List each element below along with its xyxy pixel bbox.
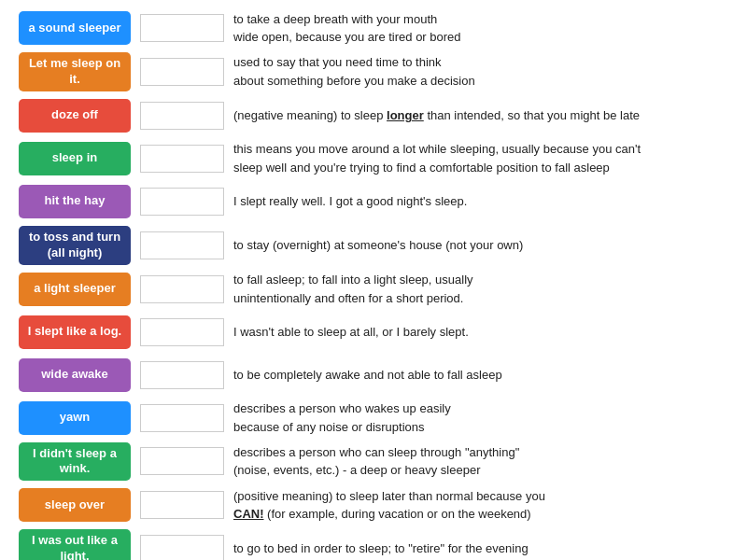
phrase-btn-i-didnt-sleep-a-wink[interactable]: I didn't sleep a wink. [19,442,131,482]
match-input-i-slept-like-a-log[interactable] [140,318,224,346]
match-input-sleep-in[interactable] [140,145,224,173]
row-hit-the-hay: hit the hayI slept really well. I got a … [19,183,728,220]
row-wide-awake: wide awaketo be completely awake and not… [19,357,728,394]
definition-doze-off: (negative meaning) to sleep longer than … [233,106,728,125]
phrase-btn-to-toss-and-turn[interactable]: to toss and turn (all night) [19,226,131,265]
main-container: a sound sleeperto take a deep breath wit… [0,0,747,560]
row-sleep-in: sleep inthis means you move around a lot… [19,140,728,177]
definition-i-was-out-like-a-light: to go to bed in order to sleep; to "reti… [233,539,728,558]
phrase-btn-hit-the-hay[interactable]: hit the hay [19,185,131,218]
phrase-btn-yawn[interactable]: yawn [19,401,131,435]
definition-i-didnt-sleep-a-wink: describes a person who can sleep through… [233,443,728,480]
phrase-btn-sleep-over[interactable]: sleep over [19,488,131,522]
row-i-slept-like-a-log: I slept like a log.I wasn't able to slee… [19,314,728,351]
definition-sleep-over: (positive meaning) to sleep later than n… [233,487,728,524]
definition-to-toss-and-turn: to stay (overnight) at someone's house (… [233,236,728,255]
definition-hit-the-hay: I slept really well. I got a good night'… [233,192,728,211]
row-doze-off: doze off(negative meaning) to sleep long… [19,97,728,134]
match-input-doze-off[interactable] [140,102,224,130]
phrase-btn-i-slept-like-a-log[interactable]: I slept like a log. [19,315,131,349]
row-i-was-out-like-a-light: I was out like a light.to go to bed in o… [19,529,728,560]
match-input-let-me-sleep-on-it[interactable] [140,58,224,86]
definition-wide-awake: to be completely awake and not able to f… [233,366,728,385]
row-to-toss-and-turn: to toss and turn (all night)to stay (ove… [19,226,728,265]
phrase-btn-sleep-in[interactable]: sleep in [19,142,131,175]
definition-yawn: describes a person who wakes up easilybe… [233,399,728,436]
phrase-btn-wide-awake[interactable]: wide awake [19,358,131,392]
phrase-btn-let-me-sleep-on-it[interactable]: Let me sleep on it. [19,52,131,91]
phrase-btn-i-was-out-like-a-light[interactable]: I was out like a light. [19,529,131,560]
match-input-a-light-sleeper[interactable] [140,275,224,303]
match-input-sleep-over[interactable] [140,491,224,519]
definition-let-me-sleep-on-it: used to say that you need time to thinka… [233,53,728,90]
row-a-sound-sleeper: a sound sleeperto take a deep breath wit… [19,9,728,47]
definition-a-sound-sleeper: to take a deep breath with your mouthwid… [233,10,728,47]
match-input-yawn[interactable] [140,404,224,432]
row-let-me-sleep-on-it: Let me sleep on it.used to say that you … [19,52,728,91]
match-input-i-was-out-like-a-light[interactable] [140,535,224,560]
match-input-to-toss-and-turn[interactable] [140,231,224,259]
phrase-btn-doze-off[interactable]: doze off [19,99,131,133]
phrase-btn-a-sound-sleeper[interactable]: a sound sleeper [19,11,131,45]
match-input-wide-awake[interactable] [140,361,224,389]
phrase-btn-a-light-sleeper[interactable]: a light sleeper [19,273,131,306]
definition-sleep-in: this means you move around a lot while s… [233,140,728,176]
definition-i-slept-like-a-log: I wasn't able to sleep at all, or I bare… [233,323,728,342]
row-i-didnt-sleep-a-wink: I didn't sleep a wink.describes a person… [19,442,728,482]
match-input-i-didnt-sleep-a-wink[interactable] [140,447,224,475]
row-a-light-sleeper: a light sleeperto fall asleep; to fall i… [19,271,728,308]
row-sleep-over: sleep over(positive meaning) to sleep la… [19,486,728,524]
match-input-a-sound-sleeper[interactable] [140,14,224,42]
definition-a-light-sleeper: to fall asleep; to fall into a light sle… [233,271,728,307]
row-yawn: yawndescribes a person who wakes up easi… [19,399,728,437]
match-input-hit-the-hay[interactable] [140,188,224,216]
